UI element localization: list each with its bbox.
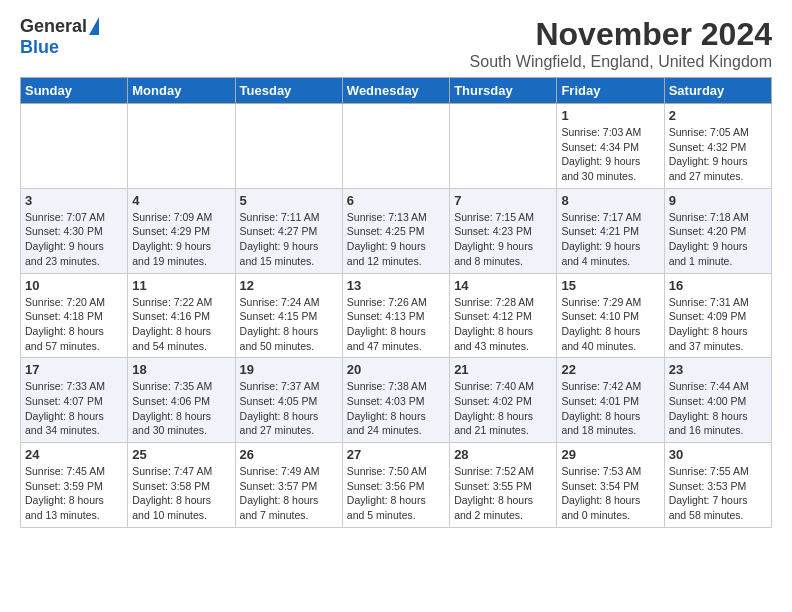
calendar-week-row: 17Sunrise: 7:33 AM Sunset: 4:07 PM Dayli… <box>21 358 772 443</box>
calendar-cell: 10Sunrise: 7:20 AM Sunset: 4:18 PM Dayli… <box>21 273 128 358</box>
logo-triangle-icon <box>89 17 99 35</box>
weekday-header-thursday: Thursday <box>450 78 557 104</box>
day-number: 3 <box>25 193 123 208</box>
calendar-cell: 22Sunrise: 7:42 AM Sunset: 4:01 PM Dayli… <box>557 358 664 443</box>
day-number: 5 <box>240 193 338 208</box>
calendar-cell <box>128 104 235 189</box>
calendar-cell: 30Sunrise: 7:55 AM Sunset: 3:53 PM Dayli… <box>664 443 771 528</box>
day-number: 16 <box>669 278 767 293</box>
day-number: 21 <box>454 362 552 377</box>
day-number: 2 <box>669 108 767 123</box>
calendar-cell: 13Sunrise: 7:26 AM Sunset: 4:13 PM Dayli… <box>342 273 449 358</box>
day-info: Sunrise: 7:24 AM Sunset: 4:15 PM Dayligh… <box>240 295 338 354</box>
day-info: Sunrise: 7:03 AM Sunset: 4:34 PM Dayligh… <box>561 125 659 184</box>
day-info: Sunrise: 7:35 AM Sunset: 4:06 PM Dayligh… <box>132 379 230 438</box>
day-info: Sunrise: 7:47 AM Sunset: 3:58 PM Dayligh… <box>132 464 230 523</box>
day-info: Sunrise: 7:17 AM Sunset: 4:21 PM Dayligh… <box>561 210 659 269</box>
day-info: Sunrise: 7:11 AM Sunset: 4:27 PM Dayligh… <box>240 210 338 269</box>
calendar-cell: 27Sunrise: 7:50 AM Sunset: 3:56 PM Dayli… <box>342 443 449 528</box>
day-info: Sunrise: 7:05 AM Sunset: 4:32 PM Dayligh… <box>669 125 767 184</box>
day-number: 1 <box>561 108 659 123</box>
calendar-cell: 9Sunrise: 7:18 AM Sunset: 4:20 PM Daylig… <box>664 188 771 273</box>
calendar-cell: 19Sunrise: 7:37 AM Sunset: 4:05 PM Dayli… <box>235 358 342 443</box>
day-number: 22 <box>561 362 659 377</box>
calendar-cell: 26Sunrise: 7:49 AM Sunset: 3:57 PM Dayli… <box>235 443 342 528</box>
day-info: Sunrise: 7:13 AM Sunset: 4:25 PM Dayligh… <box>347 210 445 269</box>
day-number: 28 <box>454 447 552 462</box>
calendar-week-row: 3Sunrise: 7:07 AM Sunset: 4:30 PM Daylig… <box>21 188 772 273</box>
calendar-cell <box>342 104 449 189</box>
calendar-cell: 8Sunrise: 7:17 AM Sunset: 4:21 PM Daylig… <box>557 188 664 273</box>
day-info: Sunrise: 7:55 AM Sunset: 3:53 PM Dayligh… <box>669 464 767 523</box>
calendar-cell: 20Sunrise: 7:38 AM Sunset: 4:03 PM Dayli… <box>342 358 449 443</box>
calendar-week-row: 10Sunrise: 7:20 AM Sunset: 4:18 PM Dayli… <box>21 273 772 358</box>
calendar-week-row: 24Sunrise: 7:45 AM Sunset: 3:59 PM Dayli… <box>21 443 772 528</box>
day-info: Sunrise: 7:38 AM Sunset: 4:03 PM Dayligh… <box>347 379 445 438</box>
day-number: 23 <box>669 362 767 377</box>
day-info: Sunrise: 7:52 AM Sunset: 3:55 PM Dayligh… <box>454 464 552 523</box>
day-number: 20 <box>347 362 445 377</box>
day-info: Sunrise: 7:37 AM Sunset: 4:05 PM Dayligh… <box>240 379 338 438</box>
day-info: Sunrise: 7:50 AM Sunset: 3:56 PM Dayligh… <box>347 464 445 523</box>
title-block: November 2024 South Wingfield, England, … <box>470 16 772 71</box>
calendar-cell: 28Sunrise: 7:52 AM Sunset: 3:55 PM Dayli… <box>450 443 557 528</box>
day-info: Sunrise: 7:22 AM Sunset: 4:16 PM Dayligh… <box>132 295 230 354</box>
calendar-cell: 21Sunrise: 7:40 AM Sunset: 4:02 PM Dayli… <box>450 358 557 443</box>
location-subtitle: South Wingfield, England, United Kingdom <box>470 53 772 71</box>
calendar-cell: 18Sunrise: 7:35 AM Sunset: 4:06 PM Dayli… <box>128 358 235 443</box>
logo-blue-text: Blue <box>20 37 99 58</box>
day-number: 7 <box>454 193 552 208</box>
calendar-cell: 4Sunrise: 7:09 AM Sunset: 4:29 PM Daylig… <box>128 188 235 273</box>
day-number: 4 <box>132 193 230 208</box>
day-number: 13 <box>347 278 445 293</box>
month-title: November 2024 <box>470 16 772 53</box>
day-info: Sunrise: 7:26 AM Sunset: 4:13 PM Dayligh… <box>347 295 445 354</box>
calendar-cell: 11Sunrise: 7:22 AM Sunset: 4:16 PM Dayli… <box>128 273 235 358</box>
calendar-cell: 16Sunrise: 7:31 AM Sunset: 4:09 PM Dayli… <box>664 273 771 358</box>
calendar-table: SundayMondayTuesdayWednesdayThursdayFrid… <box>20 77 772 528</box>
day-number: 30 <box>669 447 767 462</box>
day-info: Sunrise: 7:18 AM Sunset: 4:20 PM Dayligh… <box>669 210 767 269</box>
weekday-header-sunday: Sunday <box>21 78 128 104</box>
weekday-header-saturday: Saturday <box>664 78 771 104</box>
calendar-cell <box>235 104 342 189</box>
day-info: Sunrise: 7:45 AM Sunset: 3:59 PM Dayligh… <box>25 464 123 523</box>
day-info: Sunrise: 7:53 AM Sunset: 3:54 PM Dayligh… <box>561 464 659 523</box>
day-info: Sunrise: 7:07 AM Sunset: 4:30 PM Dayligh… <box>25 210 123 269</box>
calendar-cell: 2Sunrise: 7:05 AM Sunset: 4:32 PM Daylig… <box>664 104 771 189</box>
day-info: Sunrise: 7:40 AM Sunset: 4:02 PM Dayligh… <box>454 379 552 438</box>
header: General Blue November 2024 South Wingfie… <box>20 16 772 71</box>
calendar-cell: 5Sunrise: 7:11 AM Sunset: 4:27 PM Daylig… <box>235 188 342 273</box>
calendar-cell: 17Sunrise: 7:33 AM Sunset: 4:07 PM Dayli… <box>21 358 128 443</box>
day-info: Sunrise: 7:42 AM Sunset: 4:01 PM Dayligh… <box>561 379 659 438</box>
calendar-header-row: SundayMondayTuesdayWednesdayThursdayFrid… <box>21 78 772 104</box>
day-number: 11 <box>132 278 230 293</box>
day-number: 9 <box>669 193 767 208</box>
day-number: 12 <box>240 278 338 293</box>
calendar-cell: 7Sunrise: 7:15 AM Sunset: 4:23 PM Daylig… <box>450 188 557 273</box>
day-number: 26 <box>240 447 338 462</box>
day-number: 8 <box>561 193 659 208</box>
day-number: 15 <box>561 278 659 293</box>
day-number: 6 <box>347 193 445 208</box>
day-info: Sunrise: 7:28 AM Sunset: 4:12 PM Dayligh… <box>454 295 552 354</box>
day-number: 24 <box>25 447 123 462</box>
calendar-cell: 15Sunrise: 7:29 AM Sunset: 4:10 PM Dayli… <box>557 273 664 358</box>
day-number: 25 <box>132 447 230 462</box>
day-number: 29 <box>561 447 659 462</box>
day-info: Sunrise: 7:49 AM Sunset: 3:57 PM Dayligh… <box>240 464 338 523</box>
calendar-cell: 24Sunrise: 7:45 AM Sunset: 3:59 PM Dayli… <box>21 443 128 528</box>
page: General Blue November 2024 South Wingfie… <box>0 0 792 544</box>
day-number: 19 <box>240 362 338 377</box>
calendar-cell: 14Sunrise: 7:28 AM Sunset: 4:12 PM Dayli… <box>450 273 557 358</box>
day-info: Sunrise: 7:33 AM Sunset: 4:07 PM Dayligh… <box>25 379 123 438</box>
weekday-header-wednesday: Wednesday <box>342 78 449 104</box>
day-info: Sunrise: 7:09 AM Sunset: 4:29 PM Dayligh… <box>132 210 230 269</box>
calendar-cell: 1Sunrise: 7:03 AM Sunset: 4:34 PM Daylig… <box>557 104 664 189</box>
day-info: Sunrise: 7:29 AM Sunset: 4:10 PM Dayligh… <box>561 295 659 354</box>
calendar-cell: 6Sunrise: 7:13 AM Sunset: 4:25 PM Daylig… <box>342 188 449 273</box>
day-info: Sunrise: 7:20 AM Sunset: 4:18 PM Dayligh… <box>25 295 123 354</box>
day-number: 14 <box>454 278 552 293</box>
calendar-cell: 23Sunrise: 7:44 AM Sunset: 4:00 PM Dayli… <box>664 358 771 443</box>
weekday-header-monday: Monday <box>128 78 235 104</box>
